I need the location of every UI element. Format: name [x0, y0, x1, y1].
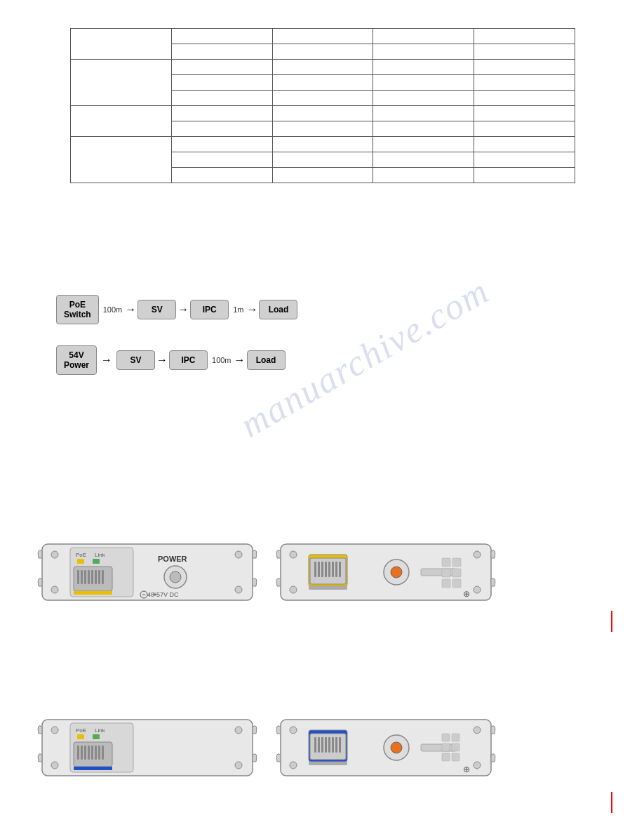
label-1m: 1m: [233, 305, 243, 314]
table-cell: [373, 29, 474, 44]
table-cell: [373, 121, 474, 137]
table-cell: [272, 168, 373, 183]
svg-rect-48: [442, 569, 450, 577]
table-cell: [272, 137, 373, 152]
svg-rect-38: [328, 562, 330, 577]
svg-point-30: [474, 551, 481, 558]
svg-rect-66: [84, 746, 86, 760]
table-cell: [171, 152, 272, 168]
table-cell: [171, 29, 272, 44]
svg-rect-16: [95, 570, 97, 584]
svg-rect-80: [314, 737, 316, 753]
svg-point-77: [474, 762, 481, 769]
table-cell: [272, 91, 373, 106]
table-cell: [373, 137, 474, 152]
svg-rect-87: [339, 737, 341, 753]
svg-point-90: [391, 742, 402, 753]
svg-rect-88: [309, 762, 347, 765]
svg-rect-92: [442, 734, 450, 741]
poe-switch-box: PoE Switch: [56, 295, 99, 324]
svg-rect-65: [81, 746, 83, 760]
svg-text:PoE: PoE: [76, 727, 86, 734]
table-cell: [272, 29, 373, 44]
table-cell: [171, 60, 272, 75]
svg-point-22: [170, 571, 181, 583]
table-cell: [373, 106, 474, 121]
svg-rect-11: [77, 570, 79, 584]
svg-rect-91: [421, 744, 456, 751]
table-cell: [171, 106, 272, 121]
svg-rect-42: [309, 586, 347, 590]
table-row: [71, 137, 575, 152]
svg-rect-97: [452, 753, 459, 761]
svg-rect-70: [98, 746, 100, 760]
svg-point-76: [474, 727, 481, 734]
table-cell: [71, 137, 172, 183]
svg-point-29: [290, 586, 297, 593]
table-cell: [171, 75, 272, 91]
svg-rect-8: [77, 559, 84, 564]
label-100m-1: 100m: [103, 305, 123, 314]
table-cell: [474, 29, 575, 44]
svg-point-74: [290, 727, 297, 734]
svg-rect-69: [95, 746, 97, 760]
svg-rect-95: [452, 743, 459, 751]
table-cell: [373, 168, 474, 183]
svg-rect-68: [91, 746, 93, 760]
svg-text:Link: Link: [95, 552, 106, 558]
table-cell: [474, 121, 575, 137]
table-cell: [71, 106, 172, 137]
table-cell: [474, 137, 575, 152]
sv-box-2: SV: [116, 350, 155, 370]
red-indicator-top: [611, 611, 612, 632]
table-cell: [171, 137, 272, 152]
svg-rect-40: [335, 562, 337, 577]
table-cell: [272, 121, 373, 137]
table-cell: [272, 60, 373, 75]
table-cell: [171, 168, 272, 183]
table-cell: [171, 44, 272, 60]
table-cell: [474, 152, 575, 168]
table-cell: [474, 60, 575, 75]
table-cell: [474, 44, 575, 60]
svg-rect-94: [442, 743, 450, 751]
svg-rect-39: [332, 562, 334, 577]
svg-rect-64: [77, 746, 79, 760]
svg-rect-84: [328, 737, 330, 753]
table-cell: [373, 91, 474, 106]
table-cell: [474, 106, 575, 121]
svg-point-1: [51, 551, 58, 558]
table-cell: [474, 91, 575, 106]
svg-text:POWER: POWER: [158, 555, 187, 563]
table-row: [71, 29, 575, 44]
svg-point-31: [474, 586, 481, 593]
table-row: [71, 60, 575, 75]
svg-rect-93: [452, 734, 459, 741]
table-cell: [373, 152, 474, 168]
table-cell: [474, 168, 575, 183]
device-front-top: PoE Link POWER 48-57V DC: [35, 534, 260, 613]
svg-rect-34: [314, 562, 316, 577]
svg-point-75: [290, 762, 297, 769]
table-cell: [71, 29, 172, 60]
svg-rect-61: [77, 734, 84, 739]
svg-point-54: [51, 727, 58, 734]
svg-rect-13: [84, 570, 86, 584]
svg-rect-46: [442, 558, 450, 567]
svg-rect-71: [102, 746, 104, 760]
svg-rect-50: [442, 579, 450, 588]
device-back-top: ⊕: [274, 534, 498, 613]
svg-rect-81: [318, 737, 320, 753]
ipc-box-2: IPC: [169, 350, 208, 370]
svg-text:+: +: [153, 590, 157, 598]
table-cell: [373, 75, 474, 91]
ipc-box-1: IPC: [190, 300, 229, 319]
spec-table: [70, 28, 575, 183]
sv-box-1: SV: [137, 300, 176, 319]
load-box-1: Load: [259, 300, 297, 319]
load-box-2: Load: [247, 350, 286, 370]
svg-rect-83: [325, 737, 327, 753]
table-cell: [373, 60, 474, 75]
svg-text:⊕: ⊕: [463, 589, 470, 599]
svg-rect-96: [442, 753, 450, 761]
